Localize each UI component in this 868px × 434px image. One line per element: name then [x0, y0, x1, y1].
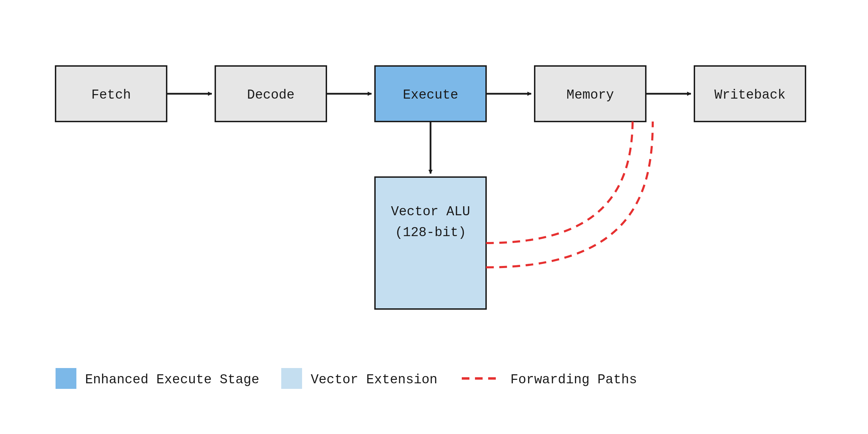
pipeline-diagram: Fetch Decode Execute Memory Writeback Ve…: [0, 0, 868, 434]
vector-alu-label-2: (128-bit): [395, 225, 466, 240]
svg-rect-5: [375, 177, 486, 309]
stage-writeback-label: Writeback: [714, 87, 785, 102]
stage-decode: Decode: [215, 66, 326, 122]
legend-swatch-execute: [56, 368, 76, 389]
stage-fetch: Fetch: [56, 66, 167, 122]
forwarding-paths: [486, 122, 653, 267]
forwarding-path-memory: [486, 122, 633, 243]
forwarding-path-writeback: [486, 122, 653, 267]
vector-alu-block: Vector ALU (128-bit): [375, 177, 486, 309]
legend-label-vector: Vector Extension: [311, 372, 437, 387]
stage-decode-label: Decode: [247, 87, 295, 102]
legend-swatch-vector: [281, 368, 302, 389]
stage-fetch-label: Fetch: [91, 87, 131, 102]
legend-label-forwarding: Forwarding Paths: [510, 372, 637, 387]
stage-memory-label: Memory: [567, 87, 614, 102]
legend: Enhanced Execute Stage Vector Extension …: [56, 368, 637, 389]
stage-execute: Execute: [375, 66, 486, 122]
legend-label-execute: Enhanced Execute Stage: [85, 372, 259, 387]
vector-alu-label-1: Vector ALU: [391, 204, 470, 219]
stage-memory: Memory: [535, 66, 646, 122]
stage-writeback: Writeback: [694, 66, 806, 122]
stage-execute-label: Execute: [403, 87, 458, 102]
